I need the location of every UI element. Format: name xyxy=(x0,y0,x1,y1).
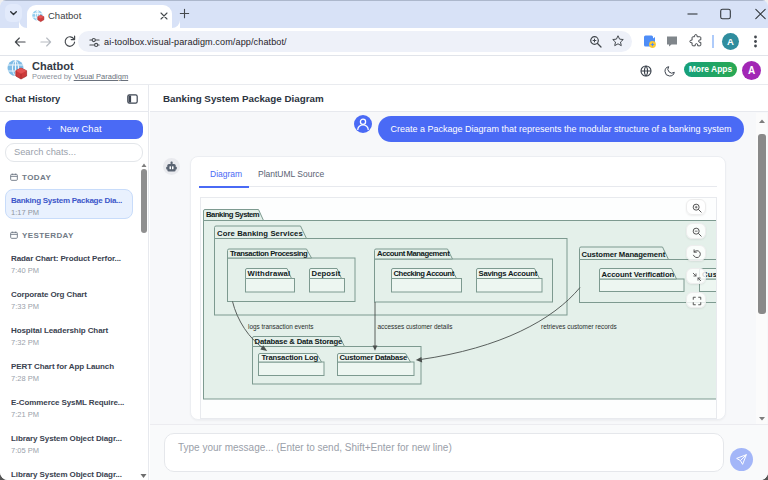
svg-text:accesses customer details: accesses customer details xyxy=(378,323,453,330)
svg-text:Transaction Log: Transaction Log xyxy=(262,353,319,362)
svg-text:Account Verification: Account Verification xyxy=(602,270,675,279)
svg-text:Customer Database: Customer Database xyxy=(340,353,408,362)
svg-text:Account Management: Account Management xyxy=(377,249,450,258)
svg-text:Core Banking Services: Core Banking Services xyxy=(217,229,303,238)
svg-text:Banking System: Banking System xyxy=(206,210,260,219)
svg-text:Checking Account: Checking Account xyxy=(394,269,455,278)
svg-text:Database & Data Storage: Database & Data Storage xyxy=(255,337,343,346)
svg-text:Transaction Processing: Transaction Processing xyxy=(230,249,308,258)
svg-text:Customer Management: Customer Management xyxy=(582,250,666,259)
svg-text:logs transaction events: logs transaction events xyxy=(248,323,313,331)
svg-text:Withdrawal: Withdrawal xyxy=(248,269,291,278)
svg-text:Deposit: Deposit xyxy=(312,269,341,278)
svg-text:Savings Account: Savings Account xyxy=(479,269,538,278)
svg-text:retrieves customer records: retrieves customer records xyxy=(541,323,617,330)
